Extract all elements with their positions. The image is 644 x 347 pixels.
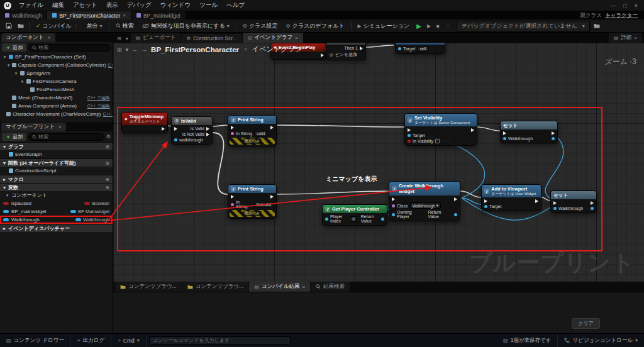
menu-window[interactable]: ウィンドウ xyxy=(156,1,196,9)
node-isvalid[interactable]: ? IsValid Is Valid Is Not Valid walkthro… xyxy=(171,116,213,145)
components-search-input[interactable] xyxy=(38,45,107,50)
expand-caret-icon[interactable]: ▾ xyxy=(14,71,18,76)
browse-icon[interactable] xyxy=(16,23,26,28)
node-sequence[interactable]: Then 1 ⊕ピンを追加 xyxy=(326,43,366,60)
exec-in-pin[interactable] xyxy=(231,126,234,129)
class-defaults-button[interactable]: ⚙ クラスのデフォルト xyxy=(283,21,348,31)
exec-in-pin[interactable] xyxy=(231,195,234,199)
tab-compile-results[interactable]: ▤ コンパイル結果 × xyxy=(249,282,310,292)
exec-out-pin[interactable] xyxy=(552,131,555,135)
value-in-pin[interactable] xyxy=(503,137,506,140)
output-log-button[interactable]: ≡ 出力ログ xyxy=(71,334,111,347)
add-pin-label[interactable]: ピンを追加 xyxy=(335,52,358,58)
close-tab-icon[interactable]: × xyxy=(634,35,637,41)
dispatchers-section-header[interactable]: ▸ イベントディスパッチャー xyxy=(0,224,113,232)
target-pin[interactable] xyxy=(398,47,401,50)
close-icon[interactable]: × xyxy=(48,35,51,41)
add-component-button[interactable]: ＋ 追加 xyxy=(2,43,26,52)
menu-help[interactable]: ヘルプ xyxy=(222,1,249,9)
components-tab[interactable]: コンポーネント × xyxy=(1,33,55,42)
revision-control-button[interactable]: リビジョンコントロール ▾ xyxy=(558,334,644,347)
minimize-button[interactable]: — xyxy=(610,3,616,9)
expand-caret-icon[interactable]: ▾ xyxy=(3,55,7,60)
component-row-capsule[interactable]: ▾ Capsule Component (CollisionCylinder) … xyxy=(0,61,113,69)
class-settings-button[interactable]: ⚙ クラス設定 xyxy=(240,21,281,31)
node-set-walkthrough-1[interactable]: セット Walkthrough xyxy=(500,121,558,143)
playerindex-value[interactable]: 0 xyxy=(352,217,355,221)
expand-caret-icon[interactable]: ▾ xyxy=(8,63,10,68)
int-pin[interactable] xyxy=(325,218,328,221)
close-tab-icon[interactable]: × xyxy=(123,13,126,18)
unreal-logo-icon[interactable]: U xyxy=(4,2,11,9)
component-row-mesh[interactable]: Mesh (CharacterMesh0) C++ で編集 xyxy=(0,94,113,102)
comment-minimap[interactable]: ミニマップを表示 xyxy=(326,175,377,184)
cpp-edit-link[interactable]: C++ で... xyxy=(108,62,113,69)
node-target-self[interactable]: Targetself xyxy=(395,43,445,54)
tab-details[interactable]: ▤ 詳細 × xyxy=(609,33,642,43)
myblueprint-search-box[interactable] xyxy=(28,133,104,141)
parent-class-link[interactable]: キャラクター xyxy=(605,12,638,19)
add-pin-icon[interactable]: ⊕ xyxy=(329,52,333,58)
menu-edit[interactable]: 編集 xyxy=(48,1,69,9)
exec-in-pin[interactable] xyxy=(174,127,177,131)
cpp-edit-link[interactable]: C++ で編集 xyxy=(87,103,110,109)
clear-button[interactable]: クリア xyxy=(572,318,600,329)
simulation-button[interactable]: ▶ シミュレーション xyxy=(355,21,413,31)
component-row-charmovement[interactable]: Character Movement (CharMoveComp) C++ で.… xyxy=(0,110,113,118)
compile-button[interactable]: ✓ コンパイル ⋮ xyxy=(33,21,82,31)
myblueprint-tab[interactable]: マイブループリント × xyxy=(1,123,66,131)
diff-button[interactable]: 差分 ▾ xyxy=(84,21,106,31)
cpp-edit-link[interactable]: C++ で... xyxy=(103,111,113,118)
graphs-section-header[interactable]: ▾ グラフ ⊕ xyxy=(0,142,113,150)
component-row-camera[interactable]: ▾ FirstPersonCamera xyxy=(0,77,113,85)
close-button[interactable]: × xyxy=(635,3,638,9)
constructionscript-row[interactable]: ConstructionScript xyxy=(0,167,113,175)
return-value-pin[interactable] xyxy=(454,213,457,216)
close-tab-icon[interactable]: × xyxy=(302,284,305,290)
variable-row-walkthrough[interactable]: Walkthrough Walkthrough xyxy=(0,216,113,224)
back-icon[interactable]: ← xyxy=(132,47,138,53)
macros-section-header[interactable]: ▸ マクロ ⊕ xyxy=(0,175,113,183)
dock-grid-icon[interactable]: ⊞ xyxy=(117,47,122,53)
debug-browse-icon[interactable] xyxy=(592,23,602,28)
node-toggleminimap[interactable]: ◆ ToggleMinimapカスタムイベント xyxy=(121,112,168,133)
tab-find-results[interactable]: 結果検索 xyxy=(311,282,350,292)
class-pin[interactable] xyxy=(392,204,395,207)
play-options-icon[interactable]: ⋮ xyxy=(443,23,452,29)
menu-debug[interactable]: デバッグ xyxy=(123,1,156,9)
input-object-pin[interactable] xyxy=(174,138,177,141)
myblueprint-search-input[interactable] xyxy=(38,134,101,140)
exec-out-pin[interactable] xyxy=(206,127,209,131)
find-button[interactable]: 検索 xyxy=(113,21,137,31)
menu-asset[interactable]: アセット xyxy=(69,1,102,9)
content-drawer-button[interactable]: ▤ コンテンツ ドロワー xyxy=(0,334,71,347)
exec-in-pin[interactable] xyxy=(484,199,487,203)
add-new-button[interactable]: ＋ 追加 xyxy=(2,133,26,141)
asset-tab-bp-mainwidget[interactable]: BP_mainwidget xyxy=(131,11,186,19)
tab-construction-script[interactable]: ⚙ Construction Scr... xyxy=(181,34,242,43)
exec-in-pin[interactable] xyxy=(503,131,506,135)
node-create-walkthrough-widget[interactable]: f Create Walkthrough Widget ClassWalkthr… xyxy=(389,181,460,221)
string-pin[interactable] xyxy=(231,132,234,135)
menu-view[interactable]: 表示 xyxy=(102,1,123,9)
exec-out-pin[interactable] xyxy=(360,47,363,50)
chevron-down-icon[interactable]: ▾ xyxy=(124,36,130,43)
node-add-to-viewport[interactable]: f Add to Viewportターゲットは User Widget Targ… xyxy=(481,184,541,211)
owning-player-pin[interactable] xyxy=(392,213,395,216)
add-function-button[interactable]: ⊕ xyxy=(105,160,109,166)
bool-pin[interactable] xyxy=(408,140,411,143)
eventgraph-row[interactable]: EventGraph xyxy=(0,150,113,158)
component-row-self[interactable]: ▾ BP_FirstPersonCharacter (Self) xyxy=(0,53,113,61)
exec-out-pin[interactable] xyxy=(270,195,274,199)
variable-row-bp-mainwidget[interactable]: BP_mainwidget BP Mainwidget xyxy=(0,207,113,216)
exec-out-pin[interactable] xyxy=(270,126,274,129)
breadcrumb-root[interactable]: BP_FirstPersonCharacter xyxy=(151,46,239,53)
cmd-dropdown[interactable]: > Cmd ▾ xyxy=(111,334,147,347)
visibility-checkbox[interactable] xyxy=(435,139,440,143)
stop-button[interactable]: ■ xyxy=(435,23,441,29)
instring-value[interactable]: Notvalid xyxy=(257,202,271,207)
console-command-input[interactable] xyxy=(153,338,287,343)
exec-out-pin[interactable] xyxy=(535,199,538,203)
tab-viewport[interactable]: ▤ ビューポート xyxy=(131,33,180,43)
variables-section-header[interactable]: ▾ 変数 ⊕ xyxy=(0,183,113,191)
